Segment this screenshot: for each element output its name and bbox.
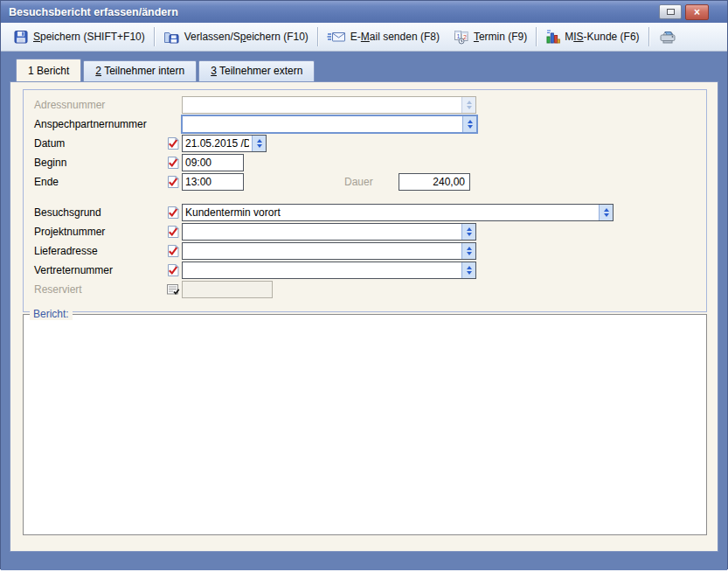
besuchsbericht-window: Besuchsbericht erfassen/ändern × Speiche… [0, 0, 728, 569]
close-icon: × [694, 6, 700, 18]
save-button[interactable]: Speichern (SHIFT+F10) [6, 25, 152, 48]
reserviert-note-check-icon [166, 283, 180, 296]
adressnummer-label: Adressnummer [34, 99, 105, 111]
dauer-label: Dauer [344, 176, 373, 188]
datum-field[interactable] [182, 135, 267, 152]
restore-icon [667, 9, 675, 15]
toolbar-separator [536, 27, 537, 46]
termin-button[interactable]: 1 2 Termin (F9) [447, 25, 534, 48]
restore-button[interactable] [659, 4, 682, 19]
datum-label: Datum [34, 137, 65, 150]
beginn-input[interactable] [183, 155, 243, 171]
svg-text:1: 1 [456, 33, 460, 39]
lieferadresse-field[interactable] [182, 242, 476, 260]
projektnummer-field[interactable] [182, 223, 476, 241]
spinner-icon[interactable] [599, 205, 613, 220]
ende-input[interactable] [183, 174, 243, 190]
lieferadresse-input[interactable] [183, 243, 461, 259]
save-label: Speichern (SHIFT+F10) [33, 31, 145, 43]
adressnummer-field [182, 96, 476, 114]
calendar-icon: 1 2 [454, 29, 469, 45]
termin-label: Termin (F9) [474, 31, 527, 43]
lieferadresse-edit-check-icon[interactable] [166, 244, 180, 258]
beginn-edit-check-icon[interactable] [166, 156, 180, 170]
ende-field[interactable] [182, 173, 244, 191]
projektnummer-input[interactable] [183, 224, 461, 240]
toolbar-separator [317, 27, 318, 46]
email-button[interactable]: E-Mail senden (F8) [320, 25, 447, 48]
adressnummer-input [183, 97, 461, 113]
anspechpartnernummer-input[interactable] [183, 116, 462, 132]
toolbar-separator [154, 27, 155, 46]
bericht-textarea[interactable] [24, 315, 706, 534]
ende-label: Ende [34, 176, 59, 188]
toolbar: Speichern (SHIFT+F10) Verlassen/Speicher… [1, 23, 727, 52]
vertreternummer-label: Vertreternummer [34, 264, 113, 276]
titlebar[interactable]: Besuchsbericht erfassen/ändern × [1, 1, 727, 23]
email-label: E-Mail senden (F8) [350, 31, 440, 43]
spinner-icon[interactable] [461, 224, 475, 240]
bericht-fieldset: Bericht: [23, 314, 707, 535]
folder-floppy-disk-icon [163, 29, 180, 45]
datum-input[interactable] [183, 136, 252, 151]
leave-save-label: Verlassen/Speichern (F10) [184, 31, 309, 43]
form-panel: Adressnummer Anspechpartnernummer Datum … [10, 81, 718, 552]
spinner-icon[interactable] [461, 262, 475, 278]
lieferadresse-label: Lieferadresse [34, 245, 98, 257]
projektnummer-edit-check-icon[interactable] [166, 225, 180, 239]
tab-teilnehmer-extern[interactable]: 3 Teilnehmer extern [198, 60, 315, 81]
besuchsgrund-edit-check-icon[interactable] [166, 206, 180, 220]
dauer-input [399, 174, 469, 190]
anspechpartnernummer-field[interactable] [181, 115, 478, 134]
fields-groupbox: Adressnummer Anspechpartnernummer Datum … [23, 89, 707, 312]
floppy-disk-icon [13, 29, 29, 45]
leave-save-button[interactable]: Verlassen/Speichern (F10) [156, 25, 315, 48]
print-button[interactable] [651, 25, 684, 48]
toolbar-separator [648, 27, 649, 46]
titlebar-buttons: × [659, 4, 709, 20]
window-title: Besuchsbericht erfassen/ändern [1, 6, 178, 18]
tab-teilnehmer-intern[interactable]: 2 Teilnehmer intern [83, 60, 197, 81]
envelope-icon [327, 29, 346, 45]
vertreternummer-edit-check-icon[interactable] [166, 263, 180, 277]
svg-text:2: 2 [463, 34, 467, 40]
dauer-field [399, 173, 470, 191]
mis-kunde-label: MIS-Kunde (F6) [565, 31, 639, 43]
besuchsgrund-input[interactable] [183, 205, 599, 220]
spinner-icon[interactable] [462, 116, 476, 132]
beginn-field[interactable] [182, 154, 244, 171]
printer-icon [658, 29, 677, 45]
spinner-icon[interactable] [252, 136, 266, 151]
vertreternummer-input[interactable] [183, 262, 461, 278]
ende-edit-check-icon[interactable] [166, 175, 180, 189]
datum-edit-check-icon[interactable] [166, 136, 180, 150]
reserviert-label: Reserviert [34, 283, 82, 296]
spinner-icon[interactable] [461, 243, 475, 259]
tab-bericht[interactable]: 1 Bericht [16, 59, 81, 81]
vertreternummer-field[interactable] [182, 262, 476, 279]
reserviert-input [183, 282, 272, 297]
reserviert-field [182, 281, 273, 298]
anspechpartnernummer-label: Anspechpartnernummer [34, 118, 147, 130]
content-frame: 1 Bericht 2 Teilnehmer intern 3 Teilnehm… [1, 52, 727, 570]
bar-chart-icon [545, 29, 560, 45]
besuchsgrund-label: Besuchsgrund [34, 206, 101, 219]
spinner-icon [461, 97, 475, 113]
mis-kunde-button[interactable]: MIS-Kunde (F6) [538, 25, 646, 48]
beginn-label: Beginn [34, 157, 66, 169]
besuchsgrund-field[interactable] [182, 204, 614, 221]
close-button[interactable]: × [685, 4, 709, 20]
projektnummer-label: Projektnummer [34, 226, 105, 238]
tab-bar: 1 Bericht 2 Teilnehmer intern 3 Teilnehm… [16, 59, 316, 81]
